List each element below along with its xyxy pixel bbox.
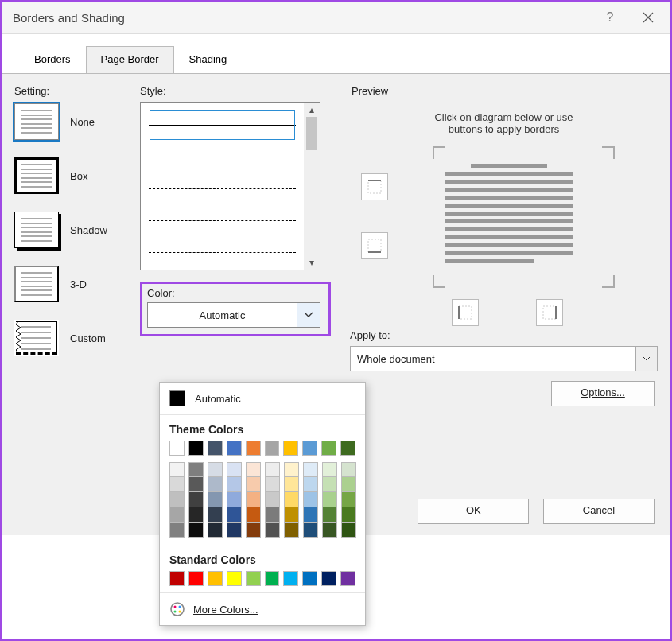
color-swatch[interactable] [340, 571, 355, 586]
style-option-dashed-fine[interactable] [149, 173, 296, 204]
color-swatch[interactable] [188, 507, 204, 523]
color-swatch[interactable] [341, 477, 356, 492]
style-option-solid[interactable] [149, 109, 296, 141]
scroll-up-icon[interactable]: ▴ [309, 104, 314, 115]
color-swatch[interactable] [341, 523, 356, 538]
style-option-dashed[interactable] [149, 204, 296, 236]
color-swatch[interactable] [302, 571, 317, 586]
color-swatch[interactable] [265, 492, 280, 507]
color-swatch[interactable] [246, 507, 261, 523]
color-swatch[interactable] [284, 477, 299, 492]
color-swatch[interactable] [284, 507, 299, 523]
color-swatch[interactable] [265, 477, 280, 492]
color-swatch[interactable] [341, 492, 356, 507]
color-swatch[interactable] [227, 492, 242, 507]
color-swatch[interactable] [208, 571, 223, 586]
color-swatch[interactable] [208, 523, 223, 538]
cancel-button[interactable]: Cancel [543, 499, 655, 524]
color-swatch[interactable] [227, 507, 242, 523]
color-swatch[interactable] [265, 571, 280, 586]
close-button[interactable] [629, 2, 667, 33]
style-option-dotted[interactable] [149, 141, 296, 173]
color-swatch[interactable] [169, 477, 185, 492]
color-swatch[interactable] [265, 523, 280, 538]
color-swatch[interactable] [227, 441, 242, 456]
help-button[interactable]: ? [591, 2, 629, 33]
border-left-button[interactable] [452, 299, 479, 326]
setting-shadow-icon[interactable] [14, 212, 59, 248]
color-swatch[interactable] [246, 523, 261, 538]
color-swatch[interactable] [283, 571, 298, 586]
color-swatch[interactable] [340, 441, 355, 456]
color-swatch[interactable] [169, 441, 185, 456]
color-swatch[interactable] [208, 477, 223, 492]
color-swatch[interactable] [303, 462, 318, 477]
more-colors-option[interactable]: More Colors... [160, 592, 365, 625]
scroll-thumb[interactable] [306, 117, 317, 150]
color-swatch[interactable] [246, 441, 261, 456]
color-swatch[interactable] [322, 507, 337, 523]
apply-to-dropdown[interactable]: Whole document [350, 346, 658, 371]
ok-button[interactable]: OK [418, 499, 529, 524]
color-swatch[interactable] [284, 462, 299, 477]
color-swatch[interactable] [169, 571, 185, 586]
setting-3d-icon[interactable] [14, 266, 59, 302]
color-swatch[interactable] [208, 492, 223, 507]
color-swatch[interactable] [169, 507, 185, 523]
color-swatch[interactable] [188, 441, 204, 456]
color-swatch[interactable] [321, 571, 336, 586]
border-right-button[interactable] [536, 299, 563, 326]
color-swatch[interactable] [208, 507, 223, 523]
color-swatch[interactable] [188, 462, 204, 477]
color-swatch[interactable] [283, 441, 298, 456]
setting-box-icon[interactable] [14, 157, 59, 194]
color-swatch[interactable] [169, 462, 185, 477]
color-swatch[interactable] [188, 571, 204, 586]
color-swatch[interactable] [322, 462, 337, 477]
options-button[interactable]: Options... [551, 381, 655, 406]
color-swatch[interactable] [303, 507, 318, 523]
border-bottom-button[interactable] [361, 232, 388, 259]
color-swatch[interactable] [188, 523, 204, 538]
color-swatch[interactable] [246, 571, 261, 586]
style-listbox[interactable]: ▴ ▾ [140, 102, 320, 270]
color-swatch[interactable] [227, 571, 242, 586]
style-option-dashdot[interactable] [149, 236, 296, 268]
border-top-button[interactable] [361, 173, 388, 200]
color-swatch[interactable] [265, 441, 280, 456]
color-swatch[interactable] [227, 477, 242, 492]
color-swatch[interactable] [284, 492, 299, 507]
color-swatch[interactable] [169, 492, 185, 507]
setting-custom-icon[interactable] [14, 320, 59, 356]
color-swatch[interactable] [322, 477, 337, 492]
color-swatch[interactable] [227, 462, 242, 477]
color-swatch[interactable] [246, 462, 261, 477]
tab-page-border[interactable]: Page Border [86, 46, 174, 74]
tab-borders[interactable]: Borders [19, 46, 86, 74]
color-swatch[interactable] [321, 441, 336, 456]
color-swatch[interactable] [188, 477, 204, 492]
color-swatch[interactable] [302, 441, 317, 456]
color-swatch[interactable] [265, 462, 280, 477]
color-swatch[interactable] [341, 462, 356, 477]
color-swatch[interactable] [322, 492, 337, 507]
setting-none-icon[interactable] [14, 103, 59, 140]
chevron-down-icon[interactable] [635, 347, 657, 371]
color-swatch[interactable] [188, 492, 204, 507]
scroll-down-icon[interactable]: ▾ [309, 257, 314, 268]
preview-diagram[interactable] [350, 146, 658, 321]
color-swatch[interactable] [265, 507, 280, 523]
color-swatch[interactable] [303, 477, 318, 492]
color-dropdown[interactable]: Automatic [147, 302, 320, 328]
color-swatch[interactable] [284, 523, 299, 538]
color-swatch[interactable] [169, 523, 185, 538]
chevron-down-icon[interactable] [297, 303, 320, 327]
color-swatch[interactable] [246, 477, 261, 492]
color-swatch[interactable] [208, 441, 223, 456]
color-swatch[interactable] [303, 523, 318, 538]
color-swatch[interactable] [208, 462, 223, 477]
color-swatch[interactable] [341, 507, 356, 523]
color-swatch[interactable] [322, 523, 337, 538]
style-scrollbar[interactable]: ▴ ▾ [304, 103, 320, 270]
color-swatch[interactable] [303, 492, 318, 507]
